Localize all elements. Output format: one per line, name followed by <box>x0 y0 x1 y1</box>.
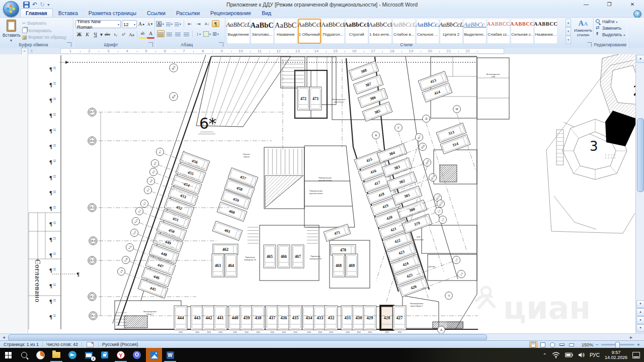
office-button[interactable] <box>3 1 19 17</box>
italic-button[interactable]: К <box>84 31 91 38</box>
restore-button[interactable]: ❐ <box>598 0 621 9</box>
borders-button[interactable]: ⊞▾ <box>212 30 219 37</box>
taskbar-yandex-button[interactable]: Y <box>113 348 129 362</box>
taskbar-mail-button[interactable]: 4 <box>80 348 97 362</box>
style-item[interactable]: AaBbCcIПодзагол... <box>321 19 345 44</box>
minimize-button[interactable]: — <box>575 0 598 9</box>
scroll-right-icon[interactable]: ▶ <box>628 334 634 340</box>
font-size-combo[interactable]: 12▾ <box>122 20 137 28</box>
horizontal-ruler[interactable]: ⌐ 1 12345678910111213141516171819202122 <box>0 48 644 55</box>
select-browse-object-icon[interactable]: ● <box>636 316 644 324</box>
font-color-button[interactable]: А <box>147 30 154 39</box>
word-count[interactable]: Число слов: 42 <box>43 342 82 347</box>
bold-button[interactable]: Ж <box>75 31 83 38</box>
proofing-status[interactable] <box>82 342 99 347</box>
multilevel-list-button[interactable]: ▾ <box>174 20 182 27</box>
change-styles-button[interactable]: АА Изменить стили▾ <box>573 19 593 44</box>
zoom-out-icon[interactable]: − <box>595 342 600 347</box>
align-center-button[interactable] <box>166 30 173 37</box>
shading-button[interactable]: ▾ <box>203 30 211 37</box>
justify-button[interactable] <box>183 30 190 37</box>
speaker-icon[interactable] <box>578 352 585 358</box>
zoom-slider[interactable] <box>601 344 634 345</box>
language-indicator[interactable]: Русский (Россия) <box>99 342 141 347</box>
zoom-level[interactable]: 150% <box>582 342 593 347</box>
action-center-icon[interactable] <box>632 352 640 358</box>
style-item[interactable]: AaBbCc.Сильное ... <box>416 19 439 44</box>
wifi-icon[interactable] <box>552 351 560 358</box>
style-item[interactable]: AABBCCСильная с... <box>511 19 534 44</box>
next-page-icon[interactable]: ▼ <box>636 324 644 332</box>
align-right-button[interactable] <box>174 30 182 37</box>
style-item[interactable]: AaBbCcLВыделение <box>227 19 250 44</box>
tab-Разметка страницы[interactable]: Разметка страницы <box>84 9 141 17</box>
dialog-launcher-icon[interactable] <box>219 42 223 47</box>
dialog-launcher-icon[interactable] <box>587 42 592 47</box>
font-name-combo[interactable]: Times New Roman▾ <box>75 20 121 28</box>
dialog-launcher-icon[interactable] <box>67 42 71 47</box>
strikethrough-button[interactable]: abc <box>104 31 111 38</box>
line-spacing-button[interactable]: ↕▾ <box>195 30 202 37</box>
sort-button[interactable]: А↓ <box>203 20 211 27</box>
taskbar-store-button[interactable] <box>97 348 113 362</box>
undo-icon[interactable]: ↶ <box>32 2 37 8</box>
scroll-up-icon[interactable]: ▲ <box>636 55 644 63</box>
previous-page-icon[interactable]: ▲ <box>636 308 644 316</box>
save-icon[interactable] <box>23 2 30 8</box>
close-button[interactable]: ✕ <box>621 0 644 9</box>
taskbar-photos-button[interactable] <box>146 348 162 362</box>
fullscreen-view-button[interactable] <box>539 341 547 348</box>
taskbar-telegram-button[interactable] <box>64 348 80 362</box>
style-item[interactable]: AABBCCНазвание... <box>534 19 557 44</box>
change-case-button[interactable]: Aa <box>128 31 135 38</box>
style-item[interactable]: AaBbCcI1 Без инте... <box>369 19 392 44</box>
tray-expand-icon[interactable]: ⌃ <box>543 352 547 358</box>
align-left-button[interactable] <box>157 30 165 37</box>
taskbar-clock[interactable]: 9:5714.02.2026 <box>605 350 627 360</box>
taskbar-search-button[interactable] <box>16 348 32 362</box>
taskbar-browser-button[interactable] <box>32 348 48 362</box>
style-item[interactable]: AABBCCСлабая сс... <box>487 19 510 44</box>
draft-view-button[interactable] <box>568 341 576 348</box>
horizontal-scrollbar[interactable]: ◀ ▶ <box>0 333 644 341</box>
tab-Вставка[interactable]: Вставка <box>53 9 83 17</box>
cut-button[interactable]: Вырезать <box>22 21 46 26</box>
replace-button[interactable]: Заменить <box>596 26 627 31</box>
help-icon[interactable]: ? <box>633 10 641 18</box>
taskbar-explorer-button[interactable] <box>48 348 64 362</box>
style-item[interactable]: AaBbCНазвание <box>274 19 297 44</box>
numbering-button[interactable]: ▾ <box>166 20 173 27</box>
subscript-button[interactable]: x₂ <box>112 31 119 38</box>
style-item[interactable]: AaBbCc.Выделенн... <box>463 19 487 44</box>
style-item[interactable]: AaBbCcLЦитата 2 <box>440 19 463 44</box>
increase-indent-button[interactable]: ⇥ <box>195 20 202 27</box>
qat-dropdown-icon[interactable]: ▾ <box>47 3 49 7</box>
tab-Главная[interactable]: Главная <box>20 9 53 17</box>
format-painter-button[interactable]: Формат по образцу <box>22 35 66 40</box>
tab-Ссылки[interactable]: Ссылки <box>142 9 171 17</box>
scroll-down-icon[interactable]: ▼ <box>636 300 644 308</box>
document-area[interactable]: циан Согласовано ¶ ¶¶¶¶¶¶¶¶¶¶¶¶¶¶¶¶¶ <box>0 54 644 333</box>
page-indicator[interactable]: Страница: 1 из 1 <box>0 342 43 347</box>
style-item[interactable]: AaBbCЗаголово... <box>251 19 274 44</box>
shrink-font-button[interactable]: А▼ <box>146 21 154 28</box>
decrease-indent-button[interactable]: ⇤ <box>186 20 194 27</box>
highlight-button[interactable]: ab <box>139 30 146 39</box>
zoom-in-icon[interactable]: + <box>636 342 641 347</box>
dialog-launcher-icon[interactable] <box>148 42 153 47</box>
style-item[interactable]: AaBbCcIСтрогий <box>345 19 368 44</box>
battery-icon[interactable] <box>565 352 573 357</box>
vertical-scroll-thumb[interactable] <box>637 118 644 192</box>
taskbar-opera-button[interactable]: O <box>129 348 145 362</box>
find-button[interactable]: Найти▾ <box>596 19 627 24</box>
web-layout-view-button[interactable] <box>548 341 556 348</box>
tab-selector[interactable]: ⌐ <box>21 48 28 55</box>
vertical-scrollbar[interactable]: ▲ ▼ ▲ ● ▼ <box>635 54 644 333</box>
outline-view-button[interactable] <box>558 341 566 348</box>
tab-Вид[interactable]: Вид <box>257 9 276 17</box>
style-item[interactable]: AaBbCcLСлабое в... <box>392 19 416 44</box>
copy-button[interactable]: Копировать <box>22 28 52 33</box>
print-layout-view-button[interactable] <box>529 341 537 348</box>
superscript-button[interactable]: x² <box>120 31 127 38</box>
keyboard-language[interactable]: РУС <box>590 352 600 358</box>
